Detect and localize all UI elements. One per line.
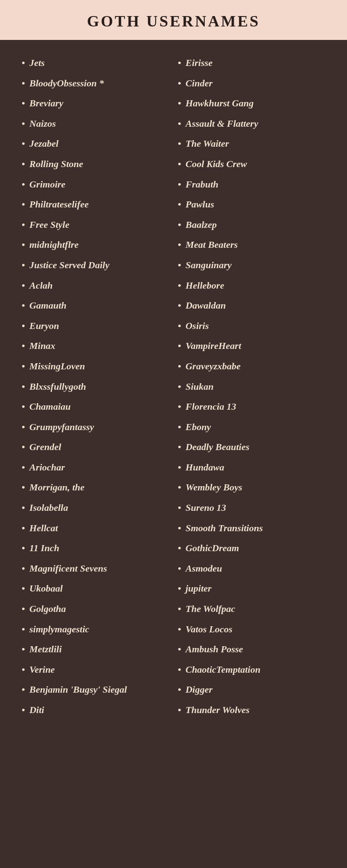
- username-text: Hellebore: [186, 279, 224, 292]
- username-text: Ariochar: [29, 461, 65, 474]
- list-item: Jets: [22, 53, 169, 73]
- list-item: Graveyzxbabe: [178, 356, 325, 377]
- right-column: EirisseCinderHawkhurst GangAssault & Fla…: [174, 53, 330, 720]
- username-text: Hawkhurst Gang: [186, 97, 254, 110]
- list-item: Ambush Posse: [178, 639, 325, 660]
- username-text: midnightflre: [29, 239, 79, 251]
- list-item: Chamaiau: [22, 397, 169, 417]
- list-item: Cool Kids Crew: [178, 154, 325, 174]
- username-text: Siukan: [186, 381, 214, 393]
- list-item: Metztlili: [22, 639, 169, 660]
- list-item: 11 Inch: [22, 538, 169, 559]
- list-item: Cinder: [178, 73, 325, 94]
- list-item: Frabuth: [178, 174, 325, 195]
- list-item: Naizos: [22, 114, 169, 134]
- username-text: Assault & Flattery: [186, 118, 258, 130]
- list-item: simplymagestic: [22, 619, 169, 640]
- list-item: BloodyObsession *: [22, 73, 169, 94]
- list-item: Isolabella: [22, 498, 169, 518]
- username-text: Gamauth: [29, 299, 67, 312]
- list-item: midnightflre: [22, 235, 169, 255]
- username-text: Aclah: [29, 279, 53, 292]
- username-text: Grumpyfantassy: [29, 421, 94, 434]
- username-text: Vatos Locos: [186, 623, 232, 636]
- username-text: Euryon: [29, 320, 59, 332]
- username-text: Benjamin 'Bugsy' Siegal: [29, 684, 127, 696]
- username-text: Hellcat: [29, 522, 58, 535]
- username-text: Meat Beaters: [186, 239, 238, 251]
- main-content: JetsBloodyObsession *BreviaryNaizosJezab…: [0, 40, 347, 738]
- username-text: jupiter: [186, 582, 212, 595]
- list-item: Grendel: [22, 437, 169, 457]
- username-text: Isolabella: [29, 502, 68, 514]
- list-item: Pawlus: [178, 194, 325, 215]
- username-text: Grimoire: [29, 178, 65, 191]
- username-text: Free Style: [29, 219, 69, 231]
- list-item: Justice Served Daily: [22, 255, 169, 276]
- page-title: Goth Usernames: [17, 12, 330, 30]
- list-item: Ariochar: [22, 457, 169, 478]
- list-item: Deadly Beauties: [178, 437, 325, 457]
- list-item: Osiris: [178, 316, 325, 336]
- list-item: Sanguinary: [178, 255, 325, 276]
- list-item: Magnificent Sevens: [22, 559, 169, 579]
- username-text: Baalzep: [186, 219, 217, 231]
- username-text: Sureno 13: [186, 502, 226, 514]
- list-item: Florencia 13: [178, 397, 325, 417]
- username-text: The Waiter: [186, 138, 229, 150]
- list-item: Siukan: [178, 377, 325, 397]
- username-text: Minax: [29, 340, 56, 352]
- list-item: Grimoire: [22, 174, 169, 195]
- list-item: Meat Beaters: [178, 235, 325, 255]
- list-item: Dawaldan: [178, 296, 325, 316]
- list-item: Digger: [178, 680, 325, 700]
- list-item: Diti: [22, 700, 169, 720]
- list-item: Golgotha: [22, 599, 169, 619]
- list-item: MissingLoven: [22, 356, 169, 377]
- list-item: Breviary: [22, 93, 169, 114]
- list-item: Vatos Locos: [178, 619, 325, 640]
- username-text: Naizos: [29, 118, 56, 130]
- list-item: Wembley Boys: [178, 477, 325, 498]
- username-text: Verine: [29, 664, 55, 676]
- username-text: Ambush Posse: [186, 643, 243, 656]
- list-item: Hawkhurst Gang: [178, 93, 325, 114]
- list-item: The Wolfpac: [178, 599, 325, 619]
- username-text: Florencia 13: [186, 401, 236, 413]
- list-item: Jezabel: [22, 134, 169, 154]
- username-text: Smooth Transitions: [186, 522, 263, 535]
- username-text: BloodyObsession *: [29, 77, 104, 90]
- username-text: Blxssfullygoth: [29, 381, 86, 393]
- username-text: 11 Inch: [29, 542, 59, 555]
- list-item: Ebony: [178, 417, 325, 437]
- list-item: Ukobaal: [22, 579, 169, 599]
- username-text: MissingLoven: [29, 360, 85, 373]
- username-text: Breviary: [29, 97, 63, 110]
- username-text: Sanguinary: [186, 259, 232, 272]
- list-item: Morrigan, the: [22, 477, 169, 498]
- list-item: Blxssfullygoth: [22, 377, 169, 397]
- username-text: Pawlus: [186, 198, 214, 211]
- username-text: Dawaldan: [186, 299, 226, 312]
- username-text: Rolling Stone: [29, 158, 83, 171]
- username-text: Ebony: [186, 421, 211, 434]
- list-item: ChaoticTemptation: [178, 660, 325, 680]
- list-item: Aclah: [22, 276, 169, 296]
- username-text: Chamaiau: [29, 401, 71, 413]
- list-item: VampireHeart: [178, 336, 325, 356]
- list-item: Minax: [22, 336, 169, 356]
- list-item: Baalzep: [178, 215, 325, 235]
- list-item: Sureno 13: [178, 498, 325, 518]
- username-text: Digger: [186, 684, 213, 696]
- username-text: Cinder: [186, 77, 213, 90]
- list-item: Free Style: [22, 215, 169, 235]
- username-text: Hundawa: [186, 461, 224, 474]
- username-text: Diti: [29, 704, 44, 717]
- username-text: Jets: [29, 57, 45, 69]
- username-text: Graveyzxbabe: [186, 360, 241, 373]
- username-text: Grendel: [29, 441, 61, 454]
- list-item: Hundawa: [178, 457, 325, 478]
- username-text: Philtrateselifee: [29, 198, 89, 211]
- list-item: Hellcat: [22, 518, 169, 539]
- username-text: Frabuth: [186, 178, 219, 191]
